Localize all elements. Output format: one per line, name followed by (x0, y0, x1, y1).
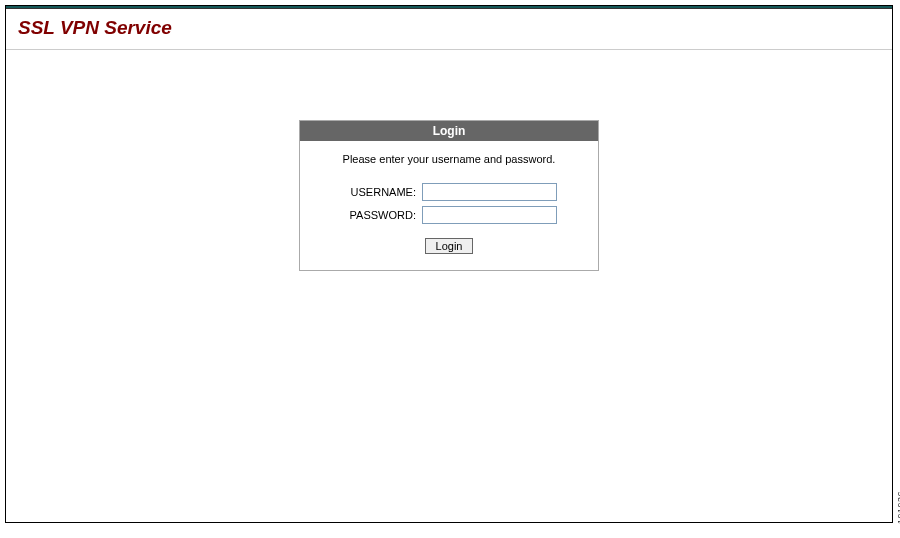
password-row: PASSWORD: (310, 206, 588, 224)
login-button[interactable]: Login (425, 238, 474, 254)
app-window: SSL VPN Service Login Please enter your … (5, 5, 893, 523)
content-area: Login Please enter your username and pas… (6, 50, 892, 271)
password-label: PASSWORD: (341, 209, 416, 221)
login-panel-body: Please enter your username and password.… (300, 141, 598, 270)
header: SSL VPN Service (6, 9, 892, 49)
login-instruction: Please enter your username and password. (310, 153, 588, 165)
username-label: USERNAME: (341, 186, 416, 198)
username-row: USERNAME: (310, 183, 588, 201)
login-panel-title: Login (300, 121, 598, 141)
figure-code: 191936 (896, 491, 900, 524)
username-input[interactable] (422, 183, 557, 201)
login-panel: Login Please enter your username and pas… (299, 120, 599, 271)
password-input[interactable] (422, 206, 557, 224)
login-button-row: Login (310, 236, 588, 254)
page-title: SSL VPN Service (18, 17, 880, 39)
